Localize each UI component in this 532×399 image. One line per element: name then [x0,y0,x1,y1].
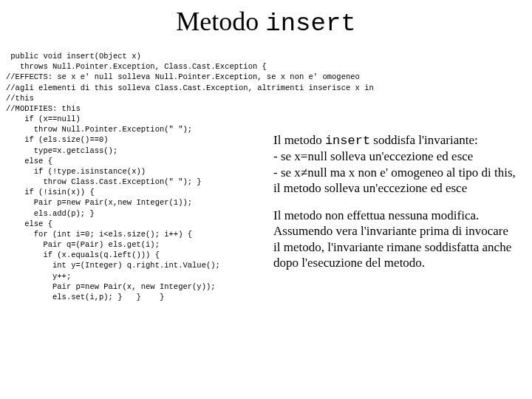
paragraph-invariant: Il metodo insert soddisfa l'invariante: … [273,132,517,196]
content-area: public void insert(Object x) throws Null… [0,51,532,302]
title-code: insert [265,10,355,38]
title-text: Metodo [176,7,265,36]
slide: Metodo insert public void insert(Object … [0,6,532,399]
p1-line2: - se x≠null ma x non e' omogeneo al tipo… [273,166,516,195]
paragraph-modification: Il metodo non effettua nessuna modifica.… [273,208,517,270]
explanation-text: Il metodo insert soddisfa l'invariante: … [273,132,517,282]
p1-mono: insert [325,134,370,148]
p1-lead: Il metodo [273,133,325,147]
p1-line1: - se x=null solleva un'eccezione ed esce [273,149,473,163]
p1-tail: soddisfa l'invariante: [370,133,478,147]
slide-title: Metodo insert [0,6,532,38]
